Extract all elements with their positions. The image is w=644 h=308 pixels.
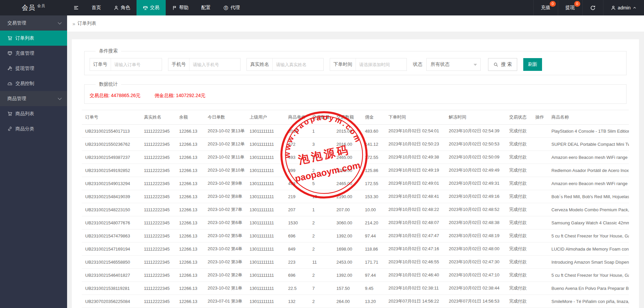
trade-total-value: 4478865.26元 [111, 93, 141, 98]
cell-trade-amount: 2465.00 [333, 151, 362, 164]
cell-real-name: 11112222345 [141, 138, 176, 151]
column-header-parent-user: 上级用户 [246, 110, 285, 125]
cell-trade-qty: 5 [309, 151, 333, 164]
user-icon [611, 5, 616, 10]
cell-today-orders: 2023-10-02 第9单 [204, 177, 246, 190]
cell-parent-user: 13011111111 [246, 151, 285, 164]
sidebar-item-withdraw-manage[interactable]: 提现管理 [0, 61, 67, 76]
cell-commission: 172.55 [362, 177, 385, 190]
chevron-up-icon [633, 6, 637, 10]
cell-commission: 97.44 [362, 229, 385, 243]
cell-real-name: 11112222345 [141, 164, 176, 177]
refresh-button[interactable]: 刷新 [523, 58, 542, 71]
nav-item-trade[interactable]: 交易 [137, 0, 166, 15]
real-name-input[interactable] [272, 58, 323, 71]
cell-order-no: UB2310021546558850 [82, 256, 141, 269]
cell-order-no: UB2310021538119281 [82, 282, 141, 295]
cell-balance: 12266.13 [176, 256, 204, 269]
breadcrumb-label: 订单列表 [77, 20, 96, 27]
cell-real-name: 11112222345 [141, 269, 176, 282]
cell-balance: 12266.13 [176, 138, 204, 151]
cell-trade-qty: 1 [309, 203, 333, 216]
cell-order-time: 2023年10月02日 02:48:07 [385, 216, 445, 229]
cell-parent-user: 13011111111 [246, 203, 285, 216]
nav-item-help[interactable]: 帮助 [166, 0, 195, 15]
cell-product-name: PlayStation 4 Console - 1TB Slim Edition [548, 125, 629, 138]
sidebar-item-goods-category[interactable]: 商品分类 [0, 121, 67, 136]
sidebar-item-order-list[interactable]: 订单列表 [0, 31, 67, 46]
cell-today-orders: 2023-10-02 第5单 [204, 229, 246, 243]
refresh-page-button[interactable] [582, 0, 603, 15]
cell-order-time: 2023年10月02日 02:49:38 [385, 151, 445, 164]
user-menu[interactable]: admin [603, 0, 644, 15]
cell-commission: 10.00 [362, 203, 385, 216]
cell-action [532, 243, 548, 256]
sidebar-item-goods-manage[interactable]: 商品管理 [0, 91, 67, 106]
cell-unit-price: 672 [285, 138, 309, 151]
withdraw-menu[interactable]: 提现 0 [558, 0, 582, 15]
nav-item-home[interactable]: 首页 [85, 0, 107, 15]
status-select[interactable]: 所有状态 [426, 58, 481, 71]
cell-trade-amount: 2015.00 [333, 125, 362, 138]
cell-today-orders: 2023-10-02 第4单 [204, 243, 246, 256]
cell-trade-amount: 2465.00 [333, 177, 362, 190]
main-content: » 订单列表 条件搜索 订单号手机号真实姓名下单时间 状态 所有状态 搜 索 刷… [67, 15, 644, 308]
nav-item-label: 首页 [92, 5, 101, 11]
order-no-input[interactable] [111, 58, 162, 71]
sidebar-item-trade-manage[interactable]: 交易管理 [0, 15, 67, 31]
cell-trade-qty: 11 [309, 256, 333, 269]
column-header-balance: 余额 [176, 110, 204, 125]
search-field-order-no: 订单号 [90, 58, 162, 71]
recharge-menu[interactable]: 充值 0 [533, 0, 558, 15]
cell-trade-status: 完成付款 [506, 177, 532, 190]
order-time-input[interactable] [356, 58, 407, 71]
nav-item-role[interactable]: 角色 [107, 0, 137, 15]
cell-action [532, 177, 548, 190]
cell-unfreeze-time: 2023年10月02日 02:47:10 [445, 269, 506, 282]
sidebar-item-recharge-manage[interactable]: 充值管理 [0, 46, 67, 61]
cell-order-time: 2023年10月02日 02:48:41 [385, 190, 445, 203]
commission-total-value: 1407292.24元 [176, 93, 206, 98]
search-button[interactable]: 搜 索 [488, 58, 517, 71]
cell-trade-status: 完成付款 [506, 229, 532, 243]
cart-icon [7, 111, 12, 116]
sidebar: 交易管理订单列表充值管理提现管理交易控制商品管理商品列表商品分类 [0, 15, 67, 308]
column-header-order-time: 下单时间 [385, 110, 445, 125]
cell-commission: 97.44 [362, 269, 385, 282]
column-header-commission: 佣金 [362, 110, 385, 125]
cell-trade-status: 完成付款 [506, 243, 532, 256]
cell-order-time: 2023年10月02日 02:46:55 [385, 256, 445, 269]
cell-action [532, 269, 548, 282]
cell-unit-price: 849 [285, 243, 309, 256]
refresh-icon [590, 5, 596, 11]
cell-commission: 118.86 [362, 243, 385, 256]
gavel-icon [7, 66, 12, 71]
commission-total-label: 佣金总额: [155, 93, 175, 98]
cart-icon [7, 36, 12, 41]
cell-trade-amount: 2453.00 [333, 256, 362, 269]
field-label: 下单时间 [330, 58, 356, 71]
cell-trade-amount: 264.00 [333, 295, 362, 308]
board-icon [7, 51, 12, 56]
cell-parent-user: 13011111111 [246, 256, 285, 269]
chevron-down-icon [58, 20, 61, 24]
sidebar-item-goods-list[interactable]: 商品列表 [0, 106, 67, 121]
person-icon [114, 5, 119, 10]
cell-parent-user: 13011111111 [246, 190, 285, 203]
cell-trade-qty: 2 [309, 216, 333, 229]
cell-trade-qty: 3 [309, 138, 333, 151]
nav-item-agent[interactable]: $代理 [217, 0, 246, 15]
cell-commission: 13.20 [362, 295, 385, 308]
column-header-real-name: 真实姓名 [141, 110, 176, 125]
sidebar-toggle[interactable] [67, 0, 85, 15]
cell-parent-user: 13011111111 [246, 229, 285, 243]
cell-order-no: UB2310021549387237 [82, 151, 141, 164]
sidebar-item-trade-control[interactable]: 交易控制 [0, 76, 67, 91]
cell-unfreeze-time: 2023年10月02日 02:48:19 [445, 229, 506, 243]
cell-order-time: 2023年10月02日 02:49:01 [385, 177, 445, 190]
nav-item-config[interactable]: 配置 [195, 0, 217, 15]
trade-total-label: 交易总额: [90, 93, 110, 98]
phone-input[interactable] [189, 58, 240, 71]
cell-product-name: Bob´s Red Mill, Bob's Red Mill, Hojuelas… [548, 190, 629, 203]
search-fieldset: 条件搜索 订单号手机号真实姓名下单时间 状态 所有状态 搜 索 刷新 [84, 48, 627, 75]
